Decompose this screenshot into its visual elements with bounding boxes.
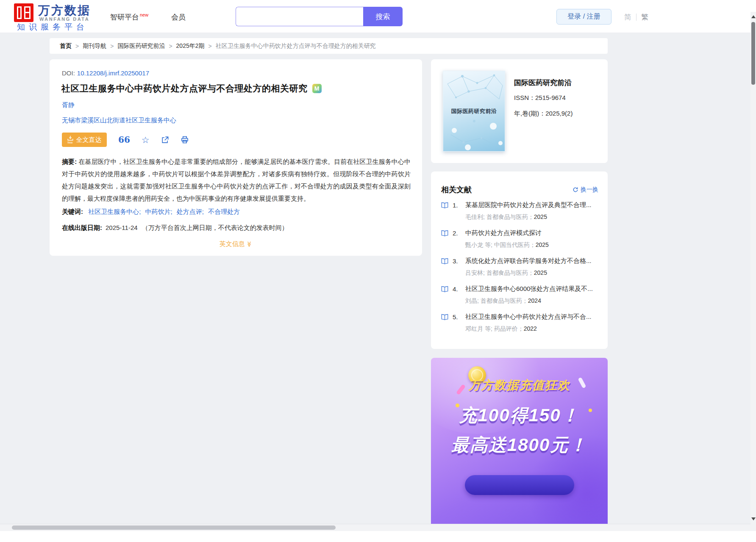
doi-row: DOI:10.12208/j.imrf.20250017 [62,69,149,77]
scrollbar-corner [750,524,756,531]
book-icon [441,314,448,320]
search-input[interactable] [236,7,364,26]
related-item-meta: 邓红月 等; 药品评价；2022 [465,325,601,333]
brand-tagline: 知识服务平台 [17,22,88,33]
journal-title[interactable]: 国际医药研究前沿 [514,78,572,88]
related-item: 4. 社区卫生服务中心6000张处方点评结果及不... 刘晶; 首都食品与医药；… [441,285,601,313]
breadcrumb: 首页 > 期刊导航 > 国际医药研究前沿 > 2025年2期 > 社区卫生服务中… [50,38,608,54]
chevron-down-icon: ≫ [246,241,253,247]
book-icon [441,230,448,236]
related-item-title[interactable]: 系统化处方点评联合药学服务对处方不合格... [465,257,592,265]
horizontal-scrollbar-thumb[interactable] [12,525,336,530]
related-list: 1. 某基层医院中药饮片处方点评及典型不合理... 毛佳利; 首都食品与医药；2… [441,201,601,341]
related-item: 2. 中药饮片处方点评模式探讨 甄小龙 等; 中国当代医药；2025 [441,229,601,257]
related-item-meta: 刘晶; 首都食品与医药；2024 [465,297,601,305]
breadcrumb-journal[interactable]: 国际医药研究前沿 [117,42,165,50]
related-item-number: 4. [453,285,465,293]
breadcrumb-current: 社区卫生服务中心中药饮片处方点评与不合理处方的相关研究 [216,42,376,50]
related-item: 1. 某基层医院中药饮片处方点评及典型不合理... 毛佳利; 首都食品与医药；2… [441,201,601,229]
book-icon [441,202,448,208]
related-item-meta: 毛佳利; 首都食品与医药；2025 [465,213,601,221]
journal-issn-row: ISSN：2515-9674 [514,94,566,102]
related-item-number: 1. [453,202,465,209]
promo-bonus-line: 最高送1800元！ [431,433,608,457]
journal-info-card: 国际医药研究前沿 国际医药研究前沿 ISSN：2515-9674 年,卷(期)：… [431,59,608,163]
lang-traditional[interactable]: 繁 [641,12,648,22]
pubdate-value: 2025-11-24 [106,224,138,231]
breadcrumb-home[interactable]: 首页 [60,42,72,50]
refresh-icon [573,187,578,193]
keyword-link[interactable]: 不合理处方 [208,208,240,215]
online-pubdate-row: 在线出版日期:2025-11-24（万方平台首次上网日期，不代表论文的发表时间） [62,224,288,232]
related-item-number: 2. [453,230,465,237]
journal-volume-row: 年,卷(期)：2025,9(2) [514,110,573,118]
wanfang-logo-icon[interactable] [14,3,33,22]
keyword-link[interactable]: 社区卫生服务中心 [88,208,139,215]
refresh-related-button[interactable]: 换一换 [573,186,598,194]
nav-item-member[interactable]: 会员 [171,12,186,22]
favorite-star-icon[interactable]: ☆ [142,136,150,144]
scroll-up-arrow-icon[interactable] [751,15,756,18]
promo-cta-button[interactable] [465,475,574,495]
related-item-title[interactable]: 社区卫生服务中心中药饮片处方点评与不合... [465,313,592,321]
breadcrumb-issue[interactable]: 2025年2期 [176,42,205,50]
scroll-down-arrow-icon[interactable] [751,517,756,520]
related-literature-card: 相关文献 换一换 1. 某基层医院中药饮片处方点评及典型不合理... 毛佳利; … [431,171,608,349]
export-share-icon[interactable] [161,136,169,144]
keyword-link[interactable]: 中药饮片 [145,208,171,215]
vertical-scrollbar[interactable] [750,12,756,524]
top-header: 万方数据 WANFANG DATA 知识服务平台 智研平台new 会员 搜索 登… [0,0,756,33]
related-title: 相关文献 [441,185,472,195]
cite-icon[interactable]: 66 [118,136,130,144]
vertical-scrollbar-thumb[interactable] [751,22,755,85]
abstract-block: 摘要:在基层医疗中，社区卫生服务中心是非常重要的组成部分，能够满足居民的基本医疗… [62,155,411,205]
fulltext-button[interactable]: free 全文直达 [62,133,107,147]
doi-link[interactable]: 10.12208/j.imrf.20250017 [77,69,149,77]
breadcrumb-separator: > [110,43,114,50]
abstract-text: 在基层医疗中，社区卫生服务中心是非常重要的组成部分，能够满足居民的基本医疗需求。… [62,158,411,202]
breadcrumb-journal-nav[interactable]: 期刊导航 [83,42,106,50]
journal-cover[interactable]: 国际医药研究前沿 [443,71,505,152]
volume-value: 2025,9(2) [545,110,573,117]
book-icon [441,286,448,292]
medline-badge: M [312,84,322,93]
english-info-toggle[interactable]: 英文信息≫ [50,240,422,248]
keyword-link[interactable]: 处方点评 [177,208,202,215]
author-link[interactable]: 胥静 [62,101,75,109]
nav-item-zhiyan-platform[interactable]: 智研平台new [110,12,148,22]
breadcrumb-separator: > [75,43,79,50]
search-button[interactable]: 搜索 [363,7,403,26]
lang-divider [636,14,636,21]
login-register-button[interactable]: 登录 / 注册 [556,9,611,25]
book-icon [441,258,448,264]
window-bottom-strip [0,531,756,542]
abstract-label: 摘要: [62,158,77,165]
article-title: 社区卫生服务中心中药饮片处方点评与不合理处方的相关研究 [61,83,308,94]
pubdate-note: （万方平台首次上网日期，不代表论文的发表时间） [142,224,288,231]
volume-label: 年,卷(期)： [514,110,545,117]
horizontal-scrollbar[interactable] [0,524,756,531]
related-item-number: 3. [453,257,465,265]
related-item-title[interactable]: 中药饮片处方点评模式探讨 [465,229,542,237]
promo-headline: 万方数据充值狂欢 [431,377,608,393]
fulltext-label: 全文直达 [76,136,102,144]
related-item: 3. 系统化处方点评联合药学服务对处方不合格... 吕安林; 首都食品与医药；2… [441,257,601,285]
keywords-label: 关键词: [62,208,83,215]
pubdate-label: 在线出版日期: [62,224,102,231]
recharge-promo-banner[interactable]: 万方数据充值狂欢 充100得150！ 最高送1800元！ [431,358,608,536]
download-icon: free [67,136,73,144]
breadcrumb-separator: > [208,43,212,50]
related-item-title[interactable]: 某基层医院中药饮片处方点评及典型不合理... [465,201,592,209]
new-badge: new [140,12,148,17]
journal-cover-title: 国际医药研究前沿 [443,108,505,115]
print-icon[interactable] [181,136,189,144]
affiliation-link[interactable]: 无锡市梁溪区山北街道社区卫生服务中心 [62,116,176,124]
lang-simplified[interactable]: 简 [624,12,631,22]
keywords-row: 关键词: 社区卫生服务中心; 中药饮片; 处方点评; 不合理处方 [62,208,240,216]
related-item-number: 5. [453,313,465,321]
brand-name-en: WANFANG DATA [39,17,89,22]
free-label: free [67,141,72,144]
promo-offer-line: 充100得150！ [431,404,608,427]
related-item-title[interactable]: 社区卫生服务中心6000张处方点评结果及不... [465,285,593,293]
language-switch: 简 繁 [624,12,648,22]
